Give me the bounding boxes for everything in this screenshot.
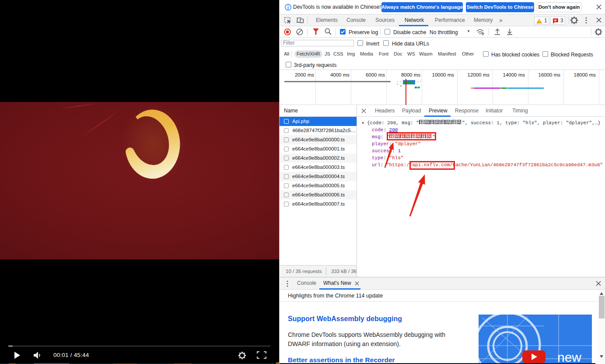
svg-text:new: new [557, 350, 581, 363]
